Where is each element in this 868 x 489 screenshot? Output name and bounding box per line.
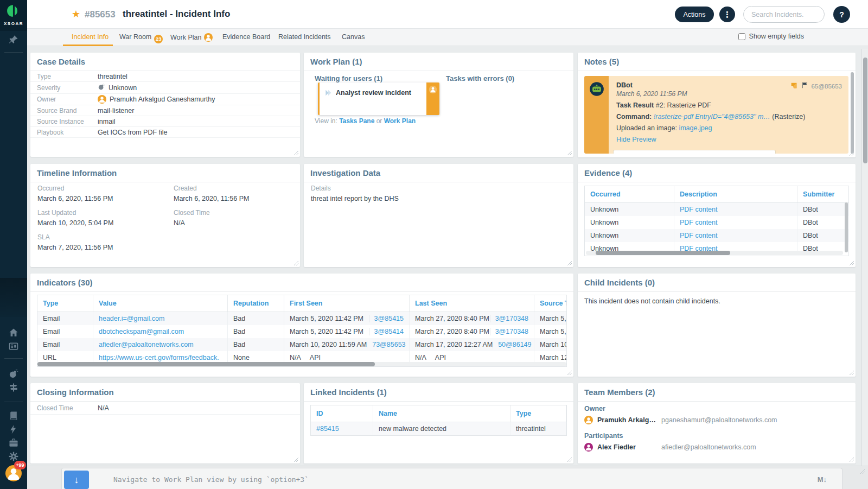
col-description[interactable]: Description: [674, 186, 797, 202]
tab-war-room[interactable]: War Room23: [119, 33, 163, 43]
card-resize-handle[interactable]: [293, 260, 298, 265]
investigation-card: Investigation Data Details threat intel …: [304, 164, 573, 267]
indicator-row[interactable]: Email dbotcheckspam@gmail.com Bad March …: [37, 325, 566, 338]
incident-id: #85653: [85, 9, 116, 20]
pdf-content-link[interactable]: PDF content: [680, 219, 717, 226]
actions-button[interactable]: Actions: [675, 7, 714, 22]
waiting-user-icon: [429, 85, 437, 94]
tab-work-plan[interactable]: Work Plan: [170, 33, 213, 42]
col-value[interactable]: Value: [93, 295, 228, 312]
tab-incident-info[interactable]: Incident Info: [72, 33, 108, 41]
col-type[interactable]: Type: [37, 295, 93, 312]
card-resize-handle[interactable]: [293, 456, 298, 462]
participant-avatar[interactable]: [584, 443, 593, 452]
indicator-value-link[interactable]: dbotcheckspam@gmail.com: [99, 328, 184, 335]
last-seen-entry-link[interactable]: 3@170348: [490, 328, 528, 335]
bomb-icon[interactable]: [8, 369, 19, 379]
hide-preview-link[interactable]: Hide Preview: [616, 136, 841, 143]
cli-resize-handle[interactable]: [859, 468, 865, 474]
closing-card: Closing Information Closed Time N/A: [30, 383, 300, 463]
indicator-value-link[interactable]: header.i=@gmail.com: [99, 315, 164, 322]
markdown-toggle[interactable]: M↓: [818, 475, 827, 484]
news-icon[interactable]: [8, 341, 19, 352]
task-card[interactable]: Analyst review incident: [318, 82, 439, 115]
briefcase-icon[interactable]: [8, 437, 19, 448]
xsoar-logo[interactable]: XSOAR: [0, 0, 27, 31]
show-empty-fields-checkbox[interactable]: [738, 33, 745, 40]
first-seen-entry-link[interactable]: 3@85414: [369, 328, 404, 335]
evidence-row[interactable]: Unknown PDF content DBot: [585, 216, 848, 229]
indicator-value-link[interactable]: https://www.us-cert.gov/forms/feedback.: [99, 354, 219, 361]
favorite-star-icon[interactable]: ★: [72, 8, 80, 20]
last-seen-entry-link[interactable]: 3@170348: [490, 315, 528, 322]
notification-badge[interactable]: +99: [14, 461, 26, 469]
owner-avatar[interactable]: [584, 416, 593, 424]
indicator-row[interactable]: Email header.i=@gmail.com Bad March 5, 2…: [37, 312, 566, 325]
card-resize-handle[interactable]: [848, 456, 854, 462]
evidence-vscrollbar-thumb[interactable]: [845, 202, 848, 252]
tab-canvas[interactable]: Canvas: [342, 33, 365, 41]
first-seen-entry-link[interactable]: 3@85415: [369, 315, 404, 322]
evidence-hscrollbar-thumb[interactable]: [596, 251, 730, 255]
col-source-time[interactable]: Source Time: [534, 295, 567, 312]
command-link[interactable]: !rasterize-pdf EntryID="4@85653" m…: [654, 113, 770, 120]
participant-name[interactable]: Alex Fiedler: [597, 443, 657, 451]
flag-icon[interactable]: [801, 81, 808, 91]
linked-incident-link[interactable]: #85415: [316, 425, 339, 433]
cli-run-button[interactable]: ↓: [64, 471, 89, 489]
war-room-badge: 23: [154, 35, 163, 43]
notes-scrollbar-thumb[interactable]: [851, 72, 854, 154]
show-empty-fields-toggle[interactable]: Show empty fields: [738, 33, 804, 40]
search-input[interactable]: [743, 6, 825, 23]
book-icon[interactable]: [8, 410, 19, 421]
help-button[interactable]: ?: [833, 6, 850, 23]
kebab-menu-button[interactable]: ⋮: [719, 7, 735, 22]
or-label: or: [376, 117, 382, 125]
col-type[interactable]: Type: [510, 405, 566, 422]
col-id[interactable]: ID: [311, 405, 373, 422]
lightning-icon[interactable]: [8, 424, 19, 435]
col-first-seen[interactable]: First Seen: [284, 295, 410, 312]
tab-evidence-board[interactable]: Evidence Board: [222, 33, 270, 41]
pin-icon[interactable]: [8, 34, 19, 45]
home-icon[interactable]: [8, 327, 19, 338]
card-resize-handle[interactable]: [848, 370, 854, 375]
waiting-user-icon: [204, 33, 213, 42]
linked-incident-row[interactable]: #85415 new malware detected threatintel: [311, 422, 566, 435]
card-resize-handle[interactable]: [293, 150, 298, 155]
notes-card: Notes (5) 65@85653 DBot March 6, 2020 11…: [578, 53, 856, 157]
tab-related-incidents[interactable]: Related Incidents: [278, 33, 331, 41]
first-seen-entry-link[interactable]: 73@85653: [367, 341, 405, 348]
col-name[interactable]: Name: [373, 405, 510, 422]
indicator-row[interactable]: Email afiedler@paloaltonetworks.com Bad …: [37, 338, 566, 351]
indicator-value-link[interactable]: afiedler@paloaltonetworks.com: [99, 341, 194, 348]
col-occurred[interactable]: Occurred: [585, 186, 674, 202]
card-resize-handle[interactable]: [848, 260, 854, 265]
col-reputation[interactable]: Reputation: [228, 295, 284, 312]
indicators-hscrollbar-thumb[interactable]: [37, 362, 375, 366]
card-resize-handle[interactable]: [566, 150, 572, 155]
pdf-content-link[interactable]: PDF content: [680, 206, 717, 213]
cli-input[interactable]: [113, 472, 808, 486]
card-resize-handle[interactable]: [566, 260, 572, 265]
pdf-content-link[interactable]: PDF content: [680, 232, 717, 239]
col-last-seen[interactable]: Last Seen: [410, 295, 534, 312]
work-plan-link[interactable]: Work Plan: [384, 117, 416, 125]
work-plan-card: Work Plan (1) Waiting for users (1) Task…: [304, 53, 573, 157]
owner-name[interactable]: Pramukh Arkalg…: [597, 416, 657, 424]
dbot-avatar: [589, 89, 604, 98]
signpost-icon[interactable]: [8, 382, 19, 393]
card-resize-handle[interactable]: [566, 370, 572, 375]
tasks-pane-link[interactable]: Tasks Pane: [339, 117, 374, 125]
col-submitter[interactable]: Submitter: [797, 186, 849, 202]
evidence-row[interactable]: Unknown PDF content DBot: [585, 203, 848, 216]
gear-icon[interactable]: [8, 451, 19, 462]
note-icon[interactable]: [790, 82, 797, 91]
linked-header-row: ID Name Type: [311, 405, 566, 422]
page-scrollbar-thumb[interactable]: [863, 58, 867, 163]
image-link[interactable]: image.jpeg: [679, 124, 712, 132]
evidence-row[interactable]: Unknown PDF content DBot: [585, 229, 848, 242]
linked-incidents-table: ID Name Type #85415 new malware detected…: [310, 405, 567, 436]
last-seen-entry-link[interactable]: 50@86149: [493, 341, 531, 348]
card-resize-handle[interactable]: [566, 456, 572, 462]
